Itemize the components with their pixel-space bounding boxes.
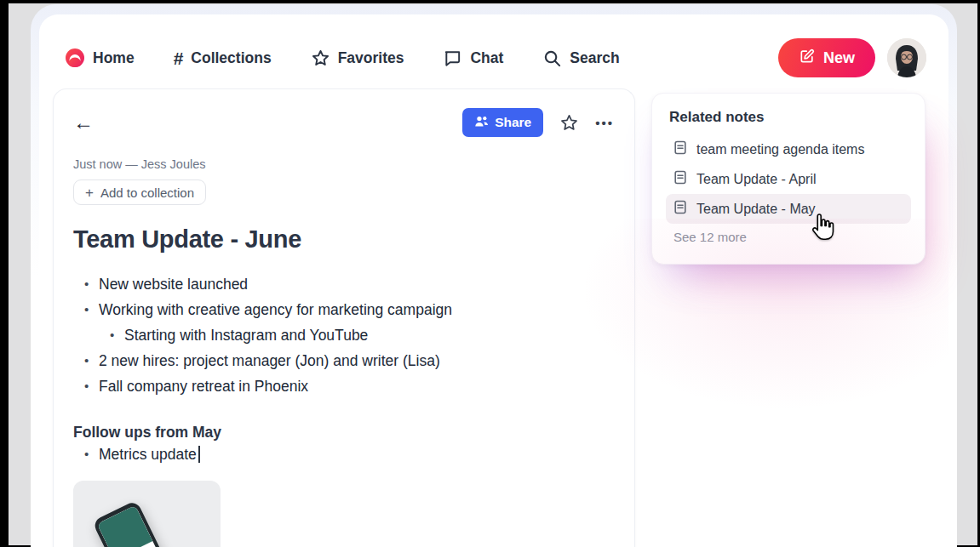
see-more-link[interactable]: See 12 more bbox=[666, 230, 911, 244]
new-note-label: New bbox=[823, 49, 855, 67]
star-icon bbox=[311, 48, 330, 68]
related-note-item[interactable]: Team Update - April bbox=[666, 164, 911, 194]
add-to-collection-label: Add to collection bbox=[100, 185, 194, 200]
top-nav: Home # Collections Favorites bbox=[39, 38, 948, 77]
document-icon bbox=[673, 170, 687, 188]
avatar[interactable] bbox=[887, 38, 926, 77]
section-bullet-list: Metrics update bbox=[73, 442, 614, 467]
nav-chat[interactable]: Chat bbox=[443, 48, 503, 68]
section-bullet-text: Metrics update bbox=[99, 446, 197, 463]
app-logo-icon bbox=[65, 48, 85, 68]
embedded-phone-image[interactable] bbox=[73, 481, 221, 547]
nav-collections[interactable]: # Collections bbox=[174, 49, 272, 67]
note-bullet-list: New website launched Working with creati… bbox=[73, 271, 614, 399]
list-item[interactable]: Starting with Instagram and YouTube bbox=[73, 322, 614, 348]
nav-home[interactable]: Home bbox=[65, 48, 135, 68]
nav-favorites[interactable]: Favorites bbox=[311, 48, 404, 68]
text-caret bbox=[198, 446, 200, 463]
nav-chat-label: Chat bbox=[470, 49, 503, 67]
related-note-label: Team Update - May bbox=[696, 202, 816, 217]
phone-illustration bbox=[92, 500, 207, 547]
nav-search-label: Search bbox=[570, 49, 619, 67]
nav-home-label: Home bbox=[93, 49, 135, 67]
more-options-button[interactable]: ••• bbox=[595, 116, 614, 130]
nav-collections-label: Collections bbox=[191, 49, 271, 67]
nav-search[interactable]: Search bbox=[542, 48, 619, 68]
list-item[interactable]: New website launched bbox=[73, 271, 614, 297]
phone-screen bbox=[97, 505, 203, 547]
share-label: Share bbox=[495, 115, 531, 130]
add-to-collection-button[interactable]: + Add to collection bbox=[73, 179, 206, 205]
back-button[interactable]: ← bbox=[73, 112, 94, 133]
document-icon bbox=[673, 200, 687, 218]
related-note-label: team meeting agenda items bbox=[696, 142, 864, 157]
note-meta: Just now — Jess Joules bbox=[73, 157, 614, 171]
screenshot-stage: Home # Collections Favorites bbox=[0, 0, 980, 547]
list-item[interactable]: Metrics update bbox=[73, 442, 614, 467]
chat-bubble-icon bbox=[443, 48, 462, 68]
section-heading[interactable]: Follow ups from May bbox=[73, 424, 614, 442]
search-icon bbox=[542, 48, 562, 68]
note-toolbar: ← Share bbox=[73, 108, 614, 137]
note-title[interactable]: Team Update - June bbox=[73, 225, 614, 254]
related-notes-title: Related notes bbox=[666, 109, 911, 126]
nav-right-group: New bbox=[778, 38, 926, 77]
note-actions: Share ••• bbox=[462, 108, 614, 137]
related-notes-list: team meeting agenda items Team Update - … bbox=[666, 134, 911, 224]
related-note-item[interactable]: team meeting agenda items bbox=[666, 134, 911, 164]
note-card: ← Share bbox=[53, 88, 635, 547]
hash-icon: # bbox=[174, 49, 184, 67]
list-item[interactable]: 2 new hires: project manager (Jon) and w… bbox=[73, 348, 614, 373]
related-note-label: Team Update - April bbox=[696, 172, 817, 187]
app-window: Home # Collections Favorites bbox=[31, 4, 957, 547]
favorite-note-star-icon[interactable] bbox=[559, 113, 579, 133]
app-surface: Home # Collections Favorites bbox=[39, 14, 948, 547]
related-note-item-hovered[interactable]: Team Update - May bbox=[666, 194, 911, 224]
list-item[interactable]: Working with creative agency for marketi… bbox=[73, 297, 614, 322]
document-icon bbox=[673, 140, 687, 158]
plus-icon: + bbox=[85, 185, 94, 200]
related-notes-panel: Related notes team meeting agenda items bbox=[651, 93, 926, 265]
nav-favorites-label: Favorites bbox=[338, 49, 404, 67]
new-note-button[interactable]: New bbox=[778, 38, 875, 77]
people-icon bbox=[474, 115, 489, 131]
compose-icon bbox=[799, 48, 816, 69]
list-item[interactable]: Fall company retreat in Phoenix bbox=[73, 373, 614, 399]
share-button[interactable]: Share bbox=[462, 108, 543, 137]
